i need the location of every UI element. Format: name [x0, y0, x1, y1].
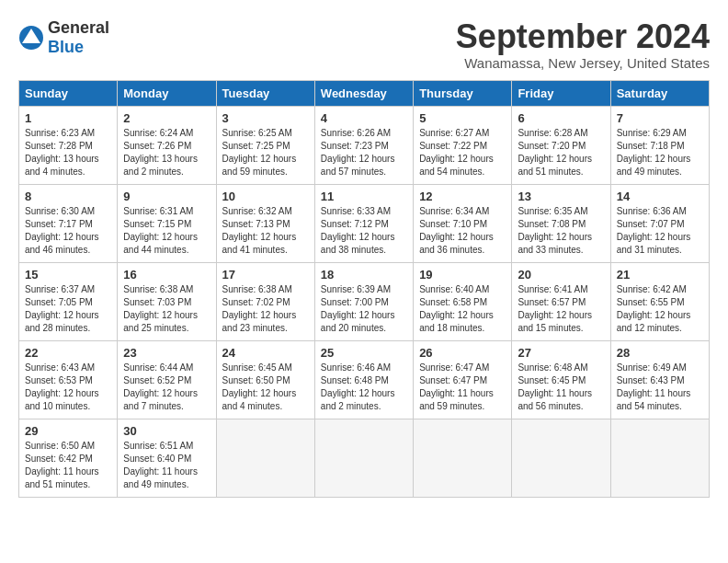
calendar-cell: 7Sunrise: 6:29 AMSunset: 7:18 PMDaylight…: [610, 106, 709, 184]
day-number: 7: [617, 111, 703, 125]
calendar-cell: 12Sunrise: 6:34 AMSunset: 7:10 PMDayligh…: [414, 184, 512, 262]
calendar-cell: 18Sunrise: 6:39 AMSunset: 7:00 PMDayligh…: [314, 262, 413, 340]
calendar-week-row: 1Sunrise: 6:23 AMSunset: 7:28 PMDaylight…: [19, 106, 710, 184]
column-header-monday: Monday: [118, 80, 216, 106]
calendar-table: SundayMondayTuesdayWednesdayThursdayFrid…: [18, 80, 710, 498]
day-info: Sunrise: 6:44 AMSunset: 6:52 PMDaylight:…: [123, 362, 210, 413]
column-header-sunday: Sunday: [19, 80, 118, 106]
day-number: 17: [222, 268, 309, 282]
calendar-cell: 25Sunrise: 6:46 AMSunset: 6:48 PMDayligh…: [314, 340, 413, 419]
day-info: Sunrise: 6:29 AMSunset: 7:18 PMDaylight:…: [617, 127, 703, 178]
day-number: 5: [419, 111, 506, 125]
calendar-cell: 29Sunrise: 6:50 AMSunset: 6:42 PMDayligh…: [19, 419, 118, 497]
day-number: 20: [518, 268, 604, 282]
column-header-saturday: Saturday: [610, 80, 709, 106]
day-info: Sunrise: 6:38 AMSunset: 7:03 PMDaylight:…: [123, 283, 210, 335]
calendar-cell: 5Sunrise: 6:27 AMSunset: 7:22 PMDaylight…: [414, 106, 512, 184]
day-info: Sunrise: 6:38 AMSunset: 7:02 PMDaylight:…: [222, 283, 309, 335]
day-number: 11: [321, 190, 407, 203]
day-info: Sunrise: 6:39 AMSunset: 7:00 PMDaylight:…: [321, 283, 407, 335]
calendar-cell: [216, 419, 314, 497]
day-info: Sunrise: 6:41 AMSunset: 6:57 PMDaylight:…: [518, 283, 604, 335]
day-number: 16: [123, 268, 210, 282]
calendar-cell: 20Sunrise: 6:41 AMSunset: 6:57 PMDayligh…: [512, 262, 610, 340]
calendar-cell: 19Sunrise: 6:40 AMSunset: 6:58 PMDayligh…: [414, 262, 512, 340]
calendar-week-row: 22Sunrise: 6:43 AMSunset: 6:53 PMDayligh…: [19, 340, 710, 419]
day-info: Sunrise: 6:35 AMSunset: 7:08 PMDaylight:…: [518, 205, 604, 257]
location-title: Wanamassa, New Jersey, United States: [456, 55, 710, 71]
day-number: 2: [123, 111, 210, 125]
day-info: Sunrise: 6:37 AMSunset: 7:05 PMDaylight:…: [25, 283, 111, 335]
calendar-cell: [414, 419, 512, 497]
day-number: 3: [222, 111, 309, 125]
column-header-thursday: Thursday: [414, 80, 512, 106]
day-info: Sunrise: 6:34 AMSunset: 7:10 PMDaylight:…: [419, 205, 506, 257]
day-info: Sunrise: 6:24 AMSunset: 7:26 PMDaylight:…: [123, 127, 210, 178]
day-info: Sunrise: 6:36 AMSunset: 7:07 PMDaylight:…: [617, 205, 703, 257]
calendar-cell: [314, 419, 413, 497]
logo-text-blue: Blue: [48, 38, 84, 56]
column-header-wednesday: Wednesday: [314, 80, 413, 106]
calendar-cell: 2Sunrise: 6:24 AMSunset: 7:26 PMDaylight…: [118, 106, 216, 184]
day-number: 27: [518, 346, 604, 360]
title-block: September 2024 Wanamassa, New Jersey, Un…: [456, 18, 710, 71]
calendar-cell: 3Sunrise: 6:25 AMSunset: 7:25 PMDaylight…: [216, 106, 314, 184]
page-header: General Blue September 2024 Wanamassa, N…: [18, 18, 710, 71]
day-number: 24: [222, 346, 309, 360]
day-number: 4: [321, 111, 407, 125]
day-number: 1: [25, 111, 111, 125]
calendar-cell: 17Sunrise: 6:38 AMSunset: 7:02 PMDayligh…: [216, 262, 314, 340]
calendar-cell: 16Sunrise: 6:38 AMSunset: 7:03 PMDayligh…: [118, 262, 216, 340]
day-number: 25: [321, 346, 407, 360]
day-info: Sunrise: 6:48 AMSunset: 6:45 PMDaylight:…: [518, 362, 604, 413]
calendar-cell: 27Sunrise: 6:48 AMSunset: 6:45 PMDayligh…: [512, 340, 610, 419]
day-number: 9: [123, 190, 210, 203]
day-info: Sunrise: 6:45 AMSunset: 6:50 PMDaylight:…: [222, 362, 309, 413]
month-title: September 2024: [456, 18, 710, 55]
column-header-friday: Friday: [512, 80, 610, 106]
calendar-cell: 30Sunrise: 6:51 AMSunset: 6:40 PMDayligh…: [118, 419, 216, 497]
day-info: Sunrise: 6:46 AMSunset: 6:48 PMDaylight:…: [321, 362, 407, 413]
day-number: 30: [123, 424, 210, 438]
day-number: 19: [419, 268, 506, 282]
calendar-cell: [610, 419, 709, 497]
day-info: Sunrise: 6:25 AMSunset: 7:25 PMDaylight:…: [222, 127, 309, 178]
logo-text-general: General: [48, 18, 109, 37]
calendar-header-row: SundayMondayTuesdayWednesdayThursdayFrid…: [19, 80, 710, 106]
day-info: Sunrise: 6:31 AMSunset: 7:15 PMDaylight:…: [123, 205, 210, 257]
day-info: Sunrise: 6:49 AMSunset: 6:43 PMDaylight:…: [617, 362, 703, 413]
day-info: Sunrise: 6:26 AMSunset: 7:23 PMDaylight:…: [321, 127, 407, 178]
logo-icon: [18, 25, 44, 51]
day-number: 22: [25, 346, 111, 360]
calendar-cell: 9Sunrise: 6:31 AMSunset: 7:15 PMDaylight…: [118, 184, 216, 262]
day-number: 6: [518, 111, 604, 125]
calendar-cell: 8Sunrise: 6:30 AMSunset: 7:17 PMDaylight…: [19, 184, 118, 262]
day-number: 12: [419, 190, 506, 203]
calendar-cell: 26Sunrise: 6:47 AMSunset: 6:47 PMDayligh…: [414, 340, 512, 419]
calendar-cell: 10Sunrise: 6:32 AMSunset: 7:13 PMDayligh…: [216, 184, 314, 262]
day-info: Sunrise: 6:42 AMSunset: 6:55 PMDaylight:…: [617, 283, 703, 335]
day-info: Sunrise: 6:33 AMSunset: 7:12 PMDaylight:…: [321, 205, 407, 257]
day-info: Sunrise: 6:40 AMSunset: 6:58 PMDaylight:…: [419, 283, 506, 335]
day-number: 28: [617, 346, 703, 360]
day-info: Sunrise: 6:47 AMSunset: 6:47 PMDaylight:…: [419, 362, 506, 413]
calendar-cell: 4Sunrise: 6:26 AMSunset: 7:23 PMDaylight…: [314, 106, 413, 184]
day-number: 26: [419, 346, 506, 360]
column-header-tuesday: Tuesday: [216, 80, 314, 106]
calendar-cell: 6Sunrise: 6:28 AMSunset: 7:20 PMDaylight…: [512, 106, 610, 184]
calendar-cell: 24Sunrise: 6:45 AMSunset: 6:50 PMDayligh…: [216, 340, 314, 419]
day-info: Sunrise: 6:28 AMSunset: 7:20 PMDaylight:…: [518, 127, 604, 178]
day-info: Sunrise: 6:51 AMSunset: 6:40 PMDaylight:…: [123, 440, 210, 491]
day-number: 21: [617, 268, 703, 282]
day-number: 15: [25, 268, 111, 282]
calendar-cell: 21Sunrise: 6:42 AMSunset: 6:55 PMDayligh…: [610, 262, 709, 340]
day-number: 13: [518, 190, 604, 203]
calendar-cell: 23Sunrise: 6:44 AMSunset: 6:52 PMDayligh…: [118, 340, 216, 419]
calendar-cell: 11Sunrise: 6:33 AMSunset: 7:12 PMDayligh…: [314, 184, 413, 262]
day-info: Sunrise: 6:23 AMSunset: 7:28 PMDaylight:…: [25, 127, 111, 178]
day-info: Sunrise: 6:50 AMSunset: 6:42 PMDaylight:…: [25, 440, 111, 491]
calendar-week-row: 29Sunrise: 6:50 AMSunset: 6:42 PMDayligh…: [19, 419, 710, 497]
day-number: 14: [617, 190, 703, 203]
day-number: 8: [25, 190, 111, 203]
day-number: 29: [25, 424, 111, 438]
